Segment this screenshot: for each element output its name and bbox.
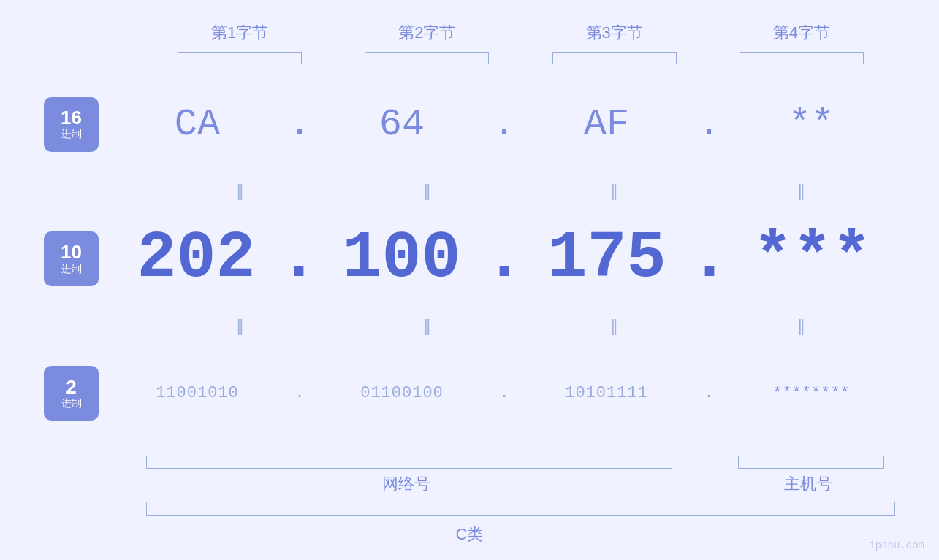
hex-row: 16 进制 CA . 64 . AF . ** [44,69,895,179]
class-label: C类 [456,525,484,543]
hex-b4: ** [788,103,834,146]
bin-cells: 11001010 . 01100100 . 10101111 . *******… [113,384,895,402]
bin-dot3: . [704,384,713,402]
hex-dot2: . [493,103,515,146]
eq1-b3: ‖ [521,182,708,201]
host-label: 主机号 [784,475,832,493]
bracket-top-2 [365,51,489,66]
dec-dot2: . [484,221,524,296]
network-label: 网络号 [382,475,430,493]
eq1-b4: ‖ [708,182,895,201]
watermark: ipshu.com [869,540,924,551]
dec-b3: 175 [547,226,666,291]
hex-dot1: . [288,103,311,146]
brackets-bottom-area: 网络号 主机号 [44,454,895,495]
dec-b4: *** [753,221,871,296]
dec-b1: 202 [137,226,255,291]
bin-dot2: . [499,384,509,402]
bin-b2: 01100100 [360,384,444,402]
bracket-top-4 [740,51,864,66]
equals-row-2: ‖ ‖ ‖ ‖ [44,317,895,336]
eq2-b2: ‖ [333,317,520,336]
badge-hex: 16 进制 [44,97,99,152]
bracket-host [738,454,884,470]
eq2-b1: ‖ [146,317,333,336]
brackets-top [44,51,895,66]
brackets-bottom-row [146,454,895,470]
header-byte1: 第1字节 [146,22,333,44]
dec-row: 10 进制 202 . 100 . 175 . *** [44,204,895,313]
equals-row-1: ‖ ‖ ‖ ‖ [44,182,895,201]
bin-row: 2 进制 11001010 . 01100100 . 10101111 . **… [44,339,895,448]
bracket-label-row: 网络号 主机号 [146,473,895,495]
header-byte3: 第3字节 [521,22,708,44]
bin-b3: 10101111 [565,384,648,402]
bracket-top-1 [178,51,302,66]
class-row [44,501,895,521]
bin-b4: ******** [772,384,850,402]
hex-b3: AF [584,103,629,146]
dec-b2: 100 [342,226,460,291]
badge-dec: 10 进制 [44,231,99,286]
header-byte4: 第4字节 [708,22,895,44]
bin-b1: 11001010 [156,384,239,402]
hex-b2: 64 [379,103,425,146]
eq1-b2: ‖ [333,182,520,201]
hex-b1: CA [175,103,220,146]
class-label-row: C类 [44,523,895,545]
dec-dot3: . [690,221,729,296]
bracket-top-3 [552,51,677,66]
bracket-class [146,501,895,517]
bin-dot1: . [294,384,304,402]
bracket-network [146,454,672,470]
hex-cells: CA . 64 . AF . ** [113,103,895,146]
dec-dot1: . [279,221,319,296]
hex-dot3: . [697,103,720,146]
eq2-b4: ‖ [708,317,895,336]
dec-cells: 202 . 100 . 175 . *** [113,221,895,296]
eq2-b3: ‖ [521,317,708,336]
header-byte2: 第2字节 [333,22,520,44]
badge-bin: 2 进制 [44,366,99,421]
eq1-b1: ‖ [146,182,333,201]
main-container: 第1字节 第2字节 第3字节 第4字节 16 [0,0,939,560]
column-headers: 第1字节 第2字节 第3字节 第4字节 [44,22,895,44]
